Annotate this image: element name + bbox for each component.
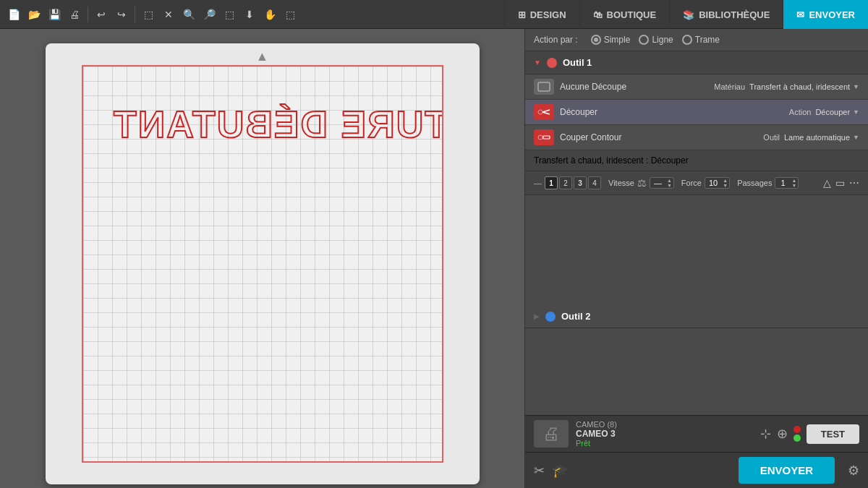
- mode-ligne[interactable]: Ligne: [639, 35, 673, 45]
- nav-tab-boutique-label: BOUTIQUE: [607, 9, 657, 20]
- device-status: Prêt: [576, 439, 617, 448]
- extra-icons: △ ▭ ⋯: [823, 177, 859, 189]
- download-icon[interactable]: ⬇: [240, 5, 259, 24]
- undo-icon[interactable]: ↩: [92, 5, 111, 24]
- numbox-4[interactable]: 4: [588, 176, 601, 189]
- gear-icon[interactable]: ⚙: [848, 463, 859, 479]
- design-icon: ⊞: [518, 9, 526, 20]
- graduate-icon[interactable]: 🎓: [552, 463, 568, 479]
- outil2-header: ▶ Outil 2: [525, 305, 868, 328]
- outil2-title: Outil 2: [561, 311, 590, 322]
- force-down-arrow[interactable]: ▼: [721, 183, 729, 188]
- mode-trame[interactable]: Trame: [682, 35, 720, 45]
- svg-point-1: [538, 110, 542, 114]
- dash-label: —: [534, 179, 542, 187]
- rectangle-icon[interactable]: ▭: [835, 177, 845, 189]
- envoyer-icon: ✉: [796, 9, 804, 20]
- svg-point-4: [538, 135, 542, 140]
- more-icon[interactable]: ⋯: [849, 177, 859, 189]
- zoom-fit-icon[interactable]: ⬚: [220, 5, 239, 24]
- mode-simple[interactable]: Simple: [591, 35, 631, 45]
- open-icon[interactable]: 📂: [25, 5, 43, 24]
- vitesse-group: Vitesse ⚖ — ▲ ▼: [608, 177, 674, 189]
- triangle-icon[interactable]: △: [823, 177, 831, 189]
- right-panel: Action par : Simple Ligne Trame ▼: [524, 29, 868, 488]
- bibliotheque-icon: 📚: [683, 9, 694, 20]
- nav-tab-envoyer[interactable]: ✉ ENVOYER: [783, 0, 868, 29]
- vitesse-label: Vitesse: [608, 179, 634, 187]
- outil-dropdown[interactable]: Lame automatique ▼: [784, 133, 859, 142]
- panel-spacer: [525, 195, 868, 305]
- new-file-icon[interactable]: 📄: [4, 5, 23, 24]
- materiau-dropdown[interactable]: Transfert à chaud, iridescent ▼: [749, 82, 859, 91]
- save-icon[interactable]: 💾: [45, 5, 64, 24]
- force-label: Force: [681, 179, 702, 187]
- test-button[interactable]: TEST: [807, 424, 859, 444]
- device-bar: 🖨 CAMEO (8) CAMEO 3 Prêt ⊹ ⊕ TEST: [525, 415, 868, 452]
- cut-icon[interactable]: ✂: [534, 463, 545, 479]
- close-icon[interactable]: ✕: [159, 5, 178, 24]
- nav-tab-design[interactable]: ⊞ DESIGN: [504, 0, 579, 29]
- settings-bar: — 1 2 3 4 Vitesse ⚖ — ▲ ▼: [525, 171, 868, 195]
- passages-spinner[interactable]: 1 ▲ ▼: [775, 177, 799, 189]
- passages-up-arrow[interactable]: ▲: [790, 178, 798, 183]
- vitesse-up-arrow[interactable]: ▲: [665, 178, 673, 183]
- red-status-dot: [793, 426, 801, 433]
- vitesse-down-arrow[interactable]: ▼: [665, 183, 673, 188]
- numbox-1[interactable]: 1: [545, 176, 558, 189]
- passages-value: 1: [775, 178, 790, 188]
- numbox-3[interactable]: 3: [574, 176, 587, 189]
- outil-value: Lame automatique: [784, 133, 850, 142]
- canvas-inner[interactable]: COUTURE DÉBUTANT: [82, 65, 443, 463]
- green-status-dot: [793, 435, 801, 442]
- toolbar-separator-2: [135, 7, 135, 22]
- description-text: Transfert à chaud, iridescent : Découper: [534, 155, 689, 166]
- tool-row-couper-contour[interactable]: Couper Contour Outil Lame automatique ▼: [525, 125, 868, 150]
- tool-row-decouper[interactable]: Découper Action Découper ▼: [525, 100, 868, 125]
- force-spinner[interactable]: 10 ▲ ▼: [705, 177, 730, 189]
- radio-trame-circle: [682, 35, 692, 45]
- force-group: Force 10 ▲ ▼: [681, 177, 730, 189]
- device-controls: ⊹ ⊕ TEST: [760, 424, 859, 444]
- tool-row-aucune[interactable]: Aucune Découpe Matériau Transfert à chau…: [525, 74, 868, 100]
- outil1-toggle-icon[interactable]: ▼: [534, 59, 541, 67]
- materiau-chevron-icon: ▼: [853, 83, 859, 90]
- nav-tab-boutique[interactable]: 🛍 BOUTIQUE: [579, 0, 670, 29]
- passages-down-arrow[interactable]: ▼: [790, 183, 798, 188]
- aucune-materiau-group: Matériau Transfert à chaud, iridescent ▼: [714, 82, 859, 91]
- vitesse-spinner[interactable]: — ▲ ▼: [650, 177, 674, 189]
- send-button[interactable]: ENVOYER: [739, 457, 835, 484]
- print-icon[interactable]: 🖨: [65, 5, 84, 24]
- nav-tab-bibliotheque[interactable]: 📚 BIBLIOTHÈQUE: [669, 0, 783, 29]
- radio-ligne-circle: [639, 35, 649, 45]
- pan-icon[interactable]: ✋: [260, 5, 279, 24]
- grid-icon[interactable]: ⬚: [281, 5, 299, 24]
- passages-group: Passages 1 ▲ ▼: [737, 177, 799, 189]
- crosshair-icon[interactable]: ⊹: [760, 426, 771, 442]
- force-arrows: ▲ ▼: [721, 178, 729, 188]
- radio-simple-circle: [591, 35, 601, 45]
- scroll-up-arrow[interactable]: ▲: [256, 49, 269, 64]
- description-bar: Transfert à chaud, iridescent : Découper: [525, 150, 868, 171]
- action-par-bar: Action par : Simple Ligne Trame: [525, 29, 868, 51]
- passages-arrows: ▲ ▼: [790, 178, 798, 188]
- force-up-arrow[interactable]: ▲: [721, 178, 729, 183]
- action-dropdown[interactable]: Découper ▼: [815, 108, 859, 116]
- vitesse-value: —: [650, 178, 665, 188]
- aucune-decoupe-icon: [534, 79, 554, 95]
- outil-chevron-icon: ▼: [853, 134, 859, 141]
- outil1-dot: [547, 58, 557, 68]
- couper-outil-group: Outil Lame automatique ▼: [763, 133, 859, 142]
- zoom-in-icon[interactable]: 🔍: [179, 5, 198, 24]
- numbox-2[interactable]: 2: [559, 176, 572, 189]
- svg-rect-0: [538, 82, 550, 91]
- device-thumbnail: 🖨: [534, 420, 569, 448]
- select-icon[interactable]: ⬚: [139, 5, 158, 24]
- redo-icon[interactable]: ↪: [112, 5, 131, 24]
- canvas-container: ▲ COUTURE DÉBUTANT: [46, 43, 480, 484]
- zoom-out-icon[interactable]: 🔎: [200, 5, 218, 24]
- outil2-arrow-icon[interactable]: ▶: [534, 312, 540, 320]
- toolbar-separator-1: [88, 7, 88, 22]
- move-icon[interactable]: ⊕: [777, 426, 788, 442]
- action-bar: ✂ 🎓 ENVOYER ⚙: [525, 452, 868, 488]
